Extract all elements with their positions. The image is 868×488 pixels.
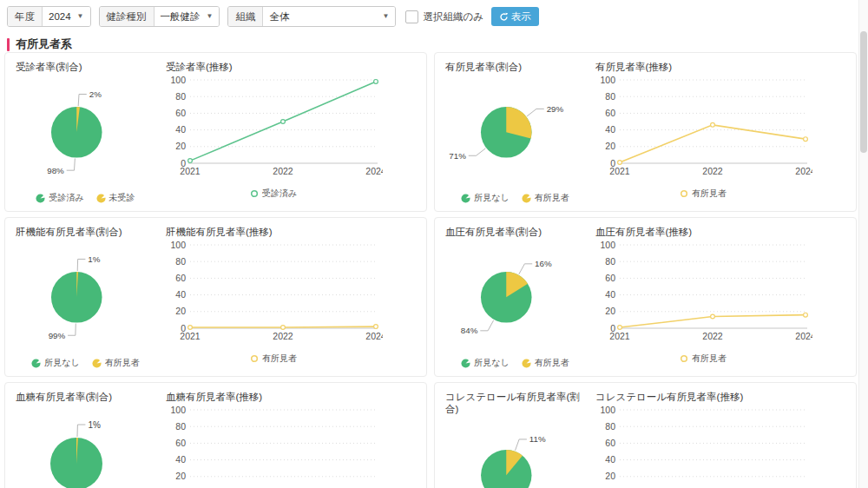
checkup-type-select[interactable]: 一般健診 ▼ [155, 7, 220, 26]
checkbox-box[interactable] [405, 10, 418, 23]
legend-label: 受診済み [262, 188, 297, 200]
display-button-label: 表示 [511, 10, 531, 23]
pie-percent-label: 71% [449, 151, 466, 161]
data-point-marker [804, 313, 808, 318]
pie-chart-block: 有所見者率(割合)71%29%所見なし有所見者 [444, 60, 587, 204]
legend-item[interactable]: 受診済み [36, 192, 83, 204]
legend-label: 所見なし [474, 192, 509, 204]
vertical-scrollbar[interactable] [858, 0, 868, 488]
data-point-marker [374, 80, 378, 84]
y-axis-label: 20 [175, 142, 186, 152]
legend-item[interactable]: 受診済み [250, 188, 297, 200]
dashboard-page: 年度 2024 ▼ 健診種別 一般健診 ▼ 組織 全体 ▼ 選択組織のみ [0, 0, 868, 488]
pie-callout-line [527, 109, 544, 116]
chevron-down-icon: ▼ [77, 13, 84, 20]
pie-percent-label: 99% [49, 331, 66, 340]
y-axis-label: 100 [170, 240, 186, 250]
pie-chart-title: 受診者率(割合) [16, 61, 157, 73]
x-axis-label: 2021 [609, 331, 630, 341]
chart-card: 受診者率(割合)98%2%受診済み未受診受診者率(推移)020406080100… [4, 52, 427, 212]
line-legend-icon [680, 189, 688, 198]
y-axis-label: 40 [175, 289, 186, 300]
legend-item[interactable]: 所見なし [461, 192, 509, 204]
legend-item[interactable]: 未受診 [96, 192, 135, 204]
legend-item[interactable]: 有所見者 [522, 192, 569, 204]
y-axis-label: 40 [605, 454, 615, 465]
pie-callout-line [67, 159, 76, 171]
pie-legend-icon [522, 194, 531, 203]
pie-callout-line [519, 264, 532, 274]
chart-card: 肝機能有所見者率(割合)99%1%所見なし有所見者肝機能有所見者率(推移)020… [4, 217, 427, 377]
y-axis-label: 60 [175, 438, 186, 448]
line-legend: 有所見者 [594, 353, 812, 365]
pie-chart: 99%1% [14, 238, 157, 359]
line-legend-icon [250, 354, 259, 363]
pie-legend-icon [96, 194, 106, 203]
line-chart-title: 有所見者率(推移) [595, 61, 847, 73]
line-legend: 有所見者 [594, 188, 812, 200]
section-accent-bar [7, 38, 10, 51]
pie-callout-line [516, 439, 527, 451]
data-point-marker [374, 325, 378, 329]
data-point-marker [711, 315, 715, 320]
data-point-marker [618, 326, 622, 330]
y-axis-label: 20 [605, 472, 615, 482]
pie-legend: 所見なし有所見者 [444, 357, 587, 369]
checkup-type-filter: 健診種別 一般健診 ▼ [99, 6, 220, 27]
line-chart-title: コレステロール有所見者率(推移) [595, 391, 847, 403]
x-axis-label: 2024 [365, 331, 383, 341]
y-axis-label: 60 [175, 108, 186, 118]
pie-legend-icon [31, 359, 41, 368]
legend-item[interactable]: 有所見者 [522, 357, 569, 369]
legend-item[interactable]: 有所見者 [680, 353, 727, 365]
y-axis-label: 60 [175, 273, 186, 283]
display-button[interactable]: 表示 [491, 7, 539, 26]
y-axis-label: 20 [605, 142, 615, 152]
organization-label: 組織 [228, 7, 263, 26]
chart-card: 有所見者率(割合)71%29%所見なし有所見者有所見者率(推移)02040608… [434, 52, 857, 212]
data-point-marker [188, 159, 193, 163]
x-axis-label: 2024 [795, 331, 812, 341]
organization-value: 全体 [269, 10, 289, 23]
selected-org-only-checkbox[interactable]: 選択組織のみ [405, 10, 483, 23]
y-axis-label: 40 [175, 124, 186, 135]
legend-label: 未受診 [109, 192, 135, 204]
y-axis-label: 20 [605, 307, 615, 317]
x-axis-label: 2024 [795, 166, 812, 176]
legend-item[interactable]: 所見なし [31, 357, 79, 369]
line-chart: 020406080100 [164, 403, 383, 488]
pie-legend-icon [461, 194, 470, 203]
line-legend-icon [680, 354, 688, 363]
legend-item[interactable]: 所見なし [461, 357, 509, 369]
section-title: 有所見者系 [16, 36, 72, 52]
pie-percent-label: 16% [535, 260, 552, 269]
line-chart-block: コレステロール有所見者率(推移)020406080100 [594, 390, 847, 488]
x-axis-label: 2022 [273, 166, 293, 176]
x-axis-label: 2022 [702, 331, 723, 341]
legend-item[interactable]: 有所見者 [250, 353, 297, 365]
y-axis-label: 100 [600, 75, 615, 85]
legend-item[interactable]: 有所見者 [92, 357, 140, 369]
organization-filter: 組織 全体 ▼ [227, 6, 396, 27]
scrollbar-thumb[interactable] [860, 31, 867, 153]
organization-select[interactable]: 全体 ▼ [263, 7, 395, 26]
legend-label: 有所見者 [692, 353, 727, 365]
legend-item[interactable]: 有所見者 [680, 188, 727, 200]
data-point-marker [281, 326, 286, 330]
year-select[interactable]: 2024 ▼ [43, 7, 90, 26]
year-value: 2024 [49, 11, 71, 22]
pie-callout-line [78, 95, 87, 107]
y-axis-label: 80 [175, 91, 186, 102]
data-point-marker [711, 123, 715, 128]
y-axis-label: 60 [605, 273, 615, 283]
pie-callout-line [480, 320, 493, 331]
checkup-type-value: 一般健診 [161, 10, 201, 23]
line-chart: 020406080100202120222024 [594, 238, 812, 354]
line-chart: 020406080100202120222024 [164, 238, 383, 354]
pie-legend: 所見なし有所見者 [14, 357, 157, 369]
y-axis-label: 80 [605, 421, 615, 432]
chart-grid: 受診者率(割合)98%2%受診済み未受診受診者率(推移)020406080100… [4, 52, 857, 488]
y-axis-label: 40 [605, 289, 615, 300]
pie-legend: 受診済み未受診 [14, 192, 157, 204]
line-chart-block: 受診者率(推移)020406080100202120222024受診済み [164, 60, 418, 204]
